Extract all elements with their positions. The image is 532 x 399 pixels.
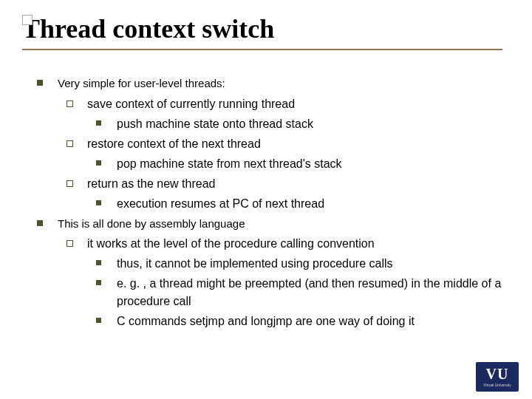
list-group: execution resumes at PC of next thread xyxy=(96,195,502,213)
bullet-lvl3: C commands setjmp and longjmp are one wa… xyxy=(96,313,502,330)
slide-content: Very simple for user-level threads: save… xyxy=(0,50,532,330)
list-group: pop machine state from next thread's sta… xyxy=(96,155,502,173)
bullet-lvl1: Very simple for user-level threads: xyxy=(37,75,502,92)
bullet-lvl2: restore context of the next thread xyxy=(66,135,502,153)
bullet-lvl3: push machine state onto thread stack xyxy=(96,115,502,133)
list-group: thus, it cannot be implemented using pro… xyxy=(96,255,502,330)
slide-title: Thread context switch xyxy=(22,13,532,44)
list-group: it works at the level of the procedure c… xyxy=(66,235,502,330)
bullet-lvl2: it works at the level of the procedure c… xyxy=(66,235,502,253)
bullet-lvl2: save context of currently running thread xyxy=(66,95,502,113)
list-group: save context of currently running thread… xyxy=(66,95,502,213)
bullet-lvl3: thus, it cannot be implemented using pro… xyxy=(96,255,502,273)
title-accent-box xyxy=(22,15,33,25)
title-area: Thread context switch xyxy=(0,0,532,44)
bullet-lvl3: execution resumes at PC of next thread xyxy=(96,195,502,213)
bullet-lvl1: This is all done by assembly language xyxy=(37,216,502,233)
vu-logo: VU Virtual University xyxy=(476,362,519,392)
bullet-lvl2: return as the new thread xyxy=(66,175,502,193)
bullet-lvl3: pop machine state from next thread's sta… xyxy=(96,155,502,173)
list-group: push machine state onto thread stack xyxy=(96,115,502,133)
logo-sub-text: Virtual University xyxy=(483,383,511,387)
logo-main-text: VU xyxy=(486,366,509,381)
bullet-lvl3: e. g. , a thread might be preempted (and… xyxy=(96,275,502,310)
